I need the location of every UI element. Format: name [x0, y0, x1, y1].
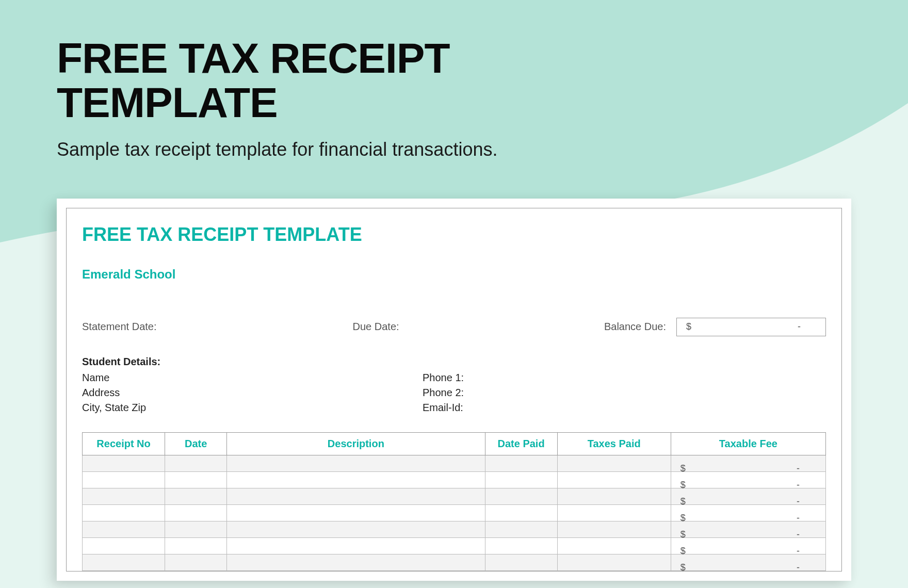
table-row: $- — [83, 471, 826, 488]
table-cell — [485, 504, 557, 521]
table-cell — [557, 471, 671, 488]
details-right-column: Phone 1: Phone 2: Email-Id: — [423, 372, 826, 417]
table-cell — [83, 521, 165, 537]
page-subtitle: Sample tax receipt template for financia… — [57, 137, 521, 162]
details-grid: Name Address City, State Zip Phone 1: Ph… — [82, 372, 826, 417]
header-section: FREE TAX RECEIPT TEMPLATE Sample tax rec… — [0, 0, 908, 183]
table-cell — [557, 554, 671, 570]
table-row: $- — [83, 504, 826, 521]
header-date-paid: Date Paid — [485, 432, 557, 455]
table-cell — [485, 471, 557, 488]
table-cell — [557, 504, 671, 521]
table-cell — [165, 554, 227, 570]
name-label: Name — [82, 372, 423, 384]
balance-due-label: Balance Due: — [604, 321, 666, 333]
balance-currency: $ — [686, 321, 691, 332]
document-title: FREE TAX RECEIPT TEMPLATE — [82, 224, 826, 246]
table-cell — [165, 504, 227, 521]
fee-value: - — [797, 562, 800, 573]
header-date: Date — [165, 432, 227, 455]
header-description: Description — [227, 432, 485, 455]
fee-currency: $ — [680, 562, 686, 573]
table-cell — [83, 554, 165, 570]
receipt-table: Receipt No Date Description Date Paid Ta… — [82, 432, 826, 571]
taxable-fee-cell: $- — [671, 488, 825, 504]
taxable-fee-cell: $- — [671, 471, 825, 488]
document-inner: FREE TAX RECEIPT TEMPLATE Emerald School… — [66, 208, 842, 571]
table-cell — [557, 488, 671, 504]
table-cell — [227, 455, 485, 471]
balance-due-box: $ - — [676, 318, 826, 336]
table-row: $- — [83, 554, 826, 570]
table-header-row: Receipt No Date Description Date Paid Ta… — [83, 432, 826, 455]
city-state-zip-label: City, State Zip — [82, 402, 423, 414]
phone2-label: Phone 2: — [423, 387, 826, 399]
document-card: FREE TAX RECEIPT TEMPLATE Emerald School… — [57, 199, 851, 581]
table-row: $- — [83, 488, 826, 504]
table-cell — [165, 537, 227, 554]
table-cell — [83, 504, 165, 521]
phone1-label: Phone 1: — [423, 372, 826, 384]
taxable-fee-cell: $- — [671, 521, 825, 537]
table-cell — [83, 488, 165, 504]
title-line-2: TEMPLATE — [57, 79, 278, 126]
table-cell — [485, 521, 557, 537]
balance-due-group: Balance Due: $ - — [604, 318, 826, 336]
table-cell — [227, 471, 485, 488]
balance-value: - — [798, 321, 801, 332]
table-row: $- — [83, 521, 826, 537]
table-cell — [485, 488, 557, 504]
taxable-fee-cell: $- — [671, 554, 825, 570]
table-cell — [227, 537, 485, 554]
statement-row: Statement Date: Due Date: Balance Due: $… — [82, 318, 826, 336]
table-cell — [165, 471, 227, 488]
table-cell — [165, 521, 227, 537]
due-date-label: Due Date: — [353, 321, 399, 333]
table-cell — [165, 488, 227, 504]
table-cell — [557, 521, 671, 537]
table-cell — [165, 455, 227, 471]
student-details-header: Student Details: — [82, 356, 826, 368]
details-left-column: Name Address City, State Zip — [82, 372, 423, 417]
header-taxable-fee: Taxable Fee — [671, 432, 825, 455]
table-cell — [227, 554, 485, 570]
taxable-fee-cell: $- — [671, 504, 825, 521]
header-taxes-paid: Taxes Paid — [557, 432, 671, 455]
table-cell — [227, 504, 485, 521]
title-line-1: FREE TAX RECEIPT — [57, 35, 450, 81]
page-title: FREE TAX RECEIPT TEMPLATE — [57, 36, 851, 125]
email-label: Email-Id: — [423, 402, 826, 414]
table-row: $- — [83, 537, 826, 554]
table-cell — [83, 471, 165, 488]
table-cell — [227, 488, 485, 504]
table-cell — [83, 455, 165, 471]
table-row: $- — [83, 455, 826, 471]
header-receipt-no: Receipt No — [83, 432, 165, 455]
table-cell — [83, 537, 165, 554]
taxable-fee-cell: $- — [671, 455, 825, 471]
table-cell — [485, 554, 557, 570]
statement-date-label: Statement Date: — [82, 321, 157, 333]
address-label: Address — [82, 387, 423, 399]
table-cell — [557, 537, 671, 554]
table-cell — [485, 455, 557, 471]
student-details-section: Student Details: Name Address City, Stat… — [82, 356, 826, 417]
taxable-fee-cell: $- — [671, 537, 825, 554]
organization-name: Emerald School — [82, 267, 826, 282]
table-cell — [485, 537, 557, 554]
table-cell — [557, 455, 671, 471]
table-cell — [227, 521, 485, 537]
